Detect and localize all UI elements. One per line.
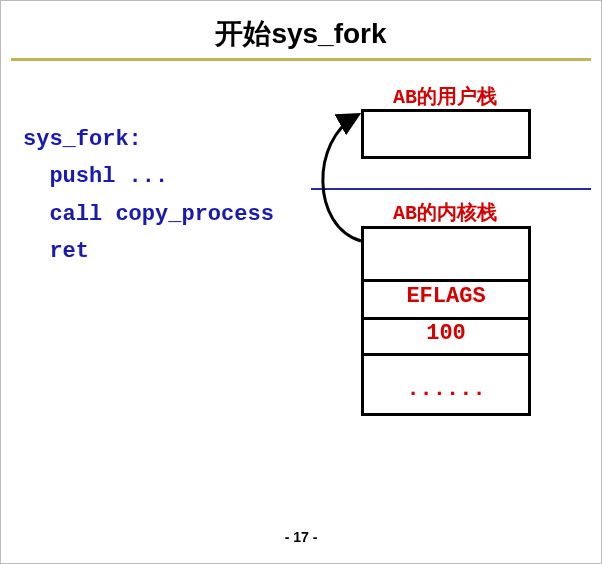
stack-row-divider bbox=[364, 353, 528, 356]
title-underline bbox=[11, 58, 591, 61]
slide: 开始sys_fork sys_fork: pushl ... call copy… bbox=[0, 0, 602, 564]
stack-cell-100: 100 bbox=[364, 321, 528, 346]
page-number: - 17 - bbox=[1, 529, 601, 545]
arrow-icon bbox=[306, 86, 406, 256]
kernel-stack-label: AB的内核栈 bbox=[393, 199, 497, 226]
code-line-2: pushl ... bbox=[23, 164, 168, 189]
user-stack-label: AB的用户栈 bbox=[393, 83, 497, 110]
code-line-1: sys_fork: bbox=[23, 127, 142, 152]
stack-row-divider bbox=[364, 317, 528, 320]
stack-row-divider bbox=[364, 279, 528, 282]
code-line-3: call copy_process bbox=[23, 202, 274, 227]
code-block: sys_fork: pushl ... call copy_process re… bbox=[23, 121, 274, 271]
stack-cell-dots: ...... bbox=[364, 377, 528, 402]
stack-cell-eflags: EFLAGS bbox=[364, 284, 528, 309]
slide-title: 开始sys_fork bbox=[1, 15, 601, 53]
code-line-4: ret bbox=[23, 239, 89, 264]
